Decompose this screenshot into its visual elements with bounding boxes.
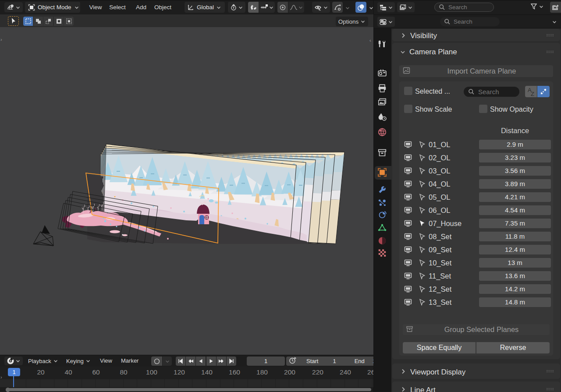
svg-text:Z: Z [531, 91, 534, 96]
